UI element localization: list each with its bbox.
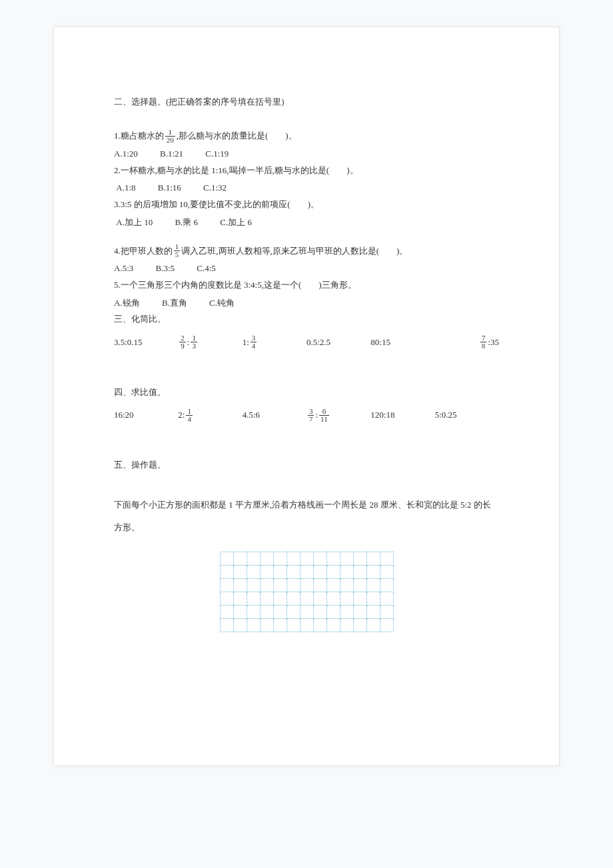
- grid-cell: [260, 619, 273, 632]
- grid-cell: [380, 579, 393, 592]
- q2-opt-a: A.1:8: [116, 180, 135, 197]
- grid-cell: [220, 592, 233, 606]
- grid-cell: [340, 579, 353, 592]
- q2-opt-c: C.1:32: [203, 180, 227, 197]
- grid-cell: [353, 552, 366, 566]
- section-4-title: 四、求比值。: [114, 384, 499, 401]
- grid-cell: [366, 566, 380, 579]
- section-5-title: 五、操作题。: [114, 457, 499, 474]
- grid-cell: [313, 552, 326, 566]
- grid-cell: [300, 552, 313, 566]
- section-3-title: 三、化简比。: [114, 311, 499, 328]
- q5-opt-a: A.锐角: [114, 295, 140, 312]
- section-3-expressions: 3.5:0.15 29:13 1:34 0.5:2.5 80:15 78:35: [114, 334, 499, 351]
- grid-cell: [313, 566, 326, 579]
- grid-cell: [233, 552, 247, 566]
- grid-cell: [220, 619, 233, 632]
- grid-cell: [313, 619, 326, 632]
- grid-cell: [326, 552, 340, 566]
- question-1: 1.糖占糖水的120,那么糖与水的质量比是( )。: [114, 128, 499, 145]
- grid-cell: [300, 566, 313, 579]
- grid-cell: [287, 552, 300, 566]
- q4-opt-a: A.5:3: [114, 260, 133, 277]
- grid-cell: [326, 566, 340, 579]
- question-4: 4.把甲班人数的15调入乙班,两班人数相等,原来乙班与甲班的人数比是( )。: [114, 243, 499, 260]
- grid-cell: [233, 619, 247, 632]
- grid-cell: [340, 606, 353, 619]
- expr-3-3: 1:34: [243, 334, 306, 351]
- grid-cell: [380, 606, 393, 619]
- grid-cell: [220, 566, 233, 579]
- q2-options: A.1:8 B.1:16 C.1:32: [114, 180, 499, 197]
- grid-cell: [340, 619, 353, 632]
- q4-opt-c: C.4:5: [197, 260, 216, 277]
- expr-3-5: 80:15: [370, 334, 434, 351]
- q1-pre: 1.糖占糖水的: [114, 131, 164, 141]
- grid-cell: [233, 566, 247, 579]
- grid-cell: [380, 566, 393, 579]
- q1-opt-b: B.1:21: [160, 146, 183, 163]
- q4-opt-b: B.3:5: [156, 260, 175, 277]
- grid-cell: [326, 606, 340, 619]
- grid-cell: [233, 579, 247, 592]
- q1-opt-a: A.1:20: [114, 146, 138, 163]
- q2-opt-b: B.1:16: [158, 180, 181, 197]
- grid-cell: [366, 619, 380, 632]
- grid-cell: [366, 579, 380, 592]
- grid-cell: [287, 619, 300, 632]
- q1-post: ,那么糖与水的质量比是( )。: [177, 131, 297, 141]
- question-2: 2.一杯糖水,糖与水的比是 1:16,喝掉一半后,糖与水的比是( )。: [114, 163, 499, 179]
- grid-cell: [273, 606, 287, 619]
- q3-options: A.加上 10 B.乘 6 C.加上 6: [114, 215, 499, 231]
- grid-cell: [340, 552, 353, 566]
- grid-cell: [353, 606, 366, 619]
- q3-opt-b: B.乘 6: [175, 215, 198, 231]
- grid-cell: [313, 592, 326, 606]
- grid-cell: [380, 592, 393, 606]
- answer-grid: [220, 552, 394, 632]
- grid-cell: [300, 606, 313, 619]
- grid-cell: [340, 592, 353, 606]
- grid-container: [114, 552, 499, 632]
- grid-cell: [260, 592, 273, 606]
- grid-cell: [380, 552, 393, 566]
- grid-cell: [273, 619, 287, 632]
- grid-cell: [247, 579, 260, 592]
- expr-3-4: 0.5:2.5: [306, 334, 370, 351]
- grid-cell: [260, 566, 273, 579]
- grid-cell: [326, 619, 340, 632]
- grid-cell: [247, 619, 260, 632]
- expr-4-3: 4.5:6: [243, 407, 306, 424]
- expr-4-5: 120:18: [370, 407, 434, 424]
- grid-cell: [247, 552, 260, 566]
- expr-3-6: 78:35: [435, 334, 499, 351]
- q1-options: A.1:20 B.1:21 C.1:19: [114, 146, 499, 163]
- q4-pre: 4.把甲班人数的: [114, 246, 173, 256]
- grid-cell: [300, 619, 313, 632]
- expr-4-2: 2:14: [178, 407, 242, 424]
- grid-cell: [273, 579, 287, 592]
- grid-cell: [366, 592, 380, 606]
- expr-4-1: 16:20: [114, 407, 178, 424]
- grid-cell: [353, 592, 366, 606]
- grid-cell: [287, 606, 300, 619]
- grid-cell: [353, 579, 366, 592]
- section-2-title: 二、选择题。(把正确答案的序号填在括号里): [114, 94, 499, 109]
- q5-opt-b: B.直角: [162, 295, 187, 312]
- grid-cell: [366, 606, 380, 619]
- grid-cell: [300, 579, 313, 592]
- grid-cell: [247, 592, 260, 606]
- grid-cell: [326, 579, 340, 592]
- grid-cell: [313, 606, 326, 619]
- grid-cell: [353, 566, 366, 579]
- expr-4-4: 37:611: [306, 407, 370, 424]
- document-page: 二、选择题。(把正确答案的序号填在括号里) 1.糖占糖水的120,那么糖与水的质…: [53, 27, 560, 766]
- grid-cell: [233, 592, 247, 606]
- grid-cell: [220, 579, 233, 592]
- section-5-text: 下面每个小正方形的面积都是 1 平方厘米,沿着方格线画一个周长是 28 厘米、长…: [114, 494, 499, 539]
- grid-cell: [326, 592, 340, 606]
- grid-cell: [260, 579, 273, 592]
- grid-cell: [233, 606, 247, 619]
- grid-cell: [260, 552, 273, 566]
- grid-cell: [366, 552, 380, 566]
